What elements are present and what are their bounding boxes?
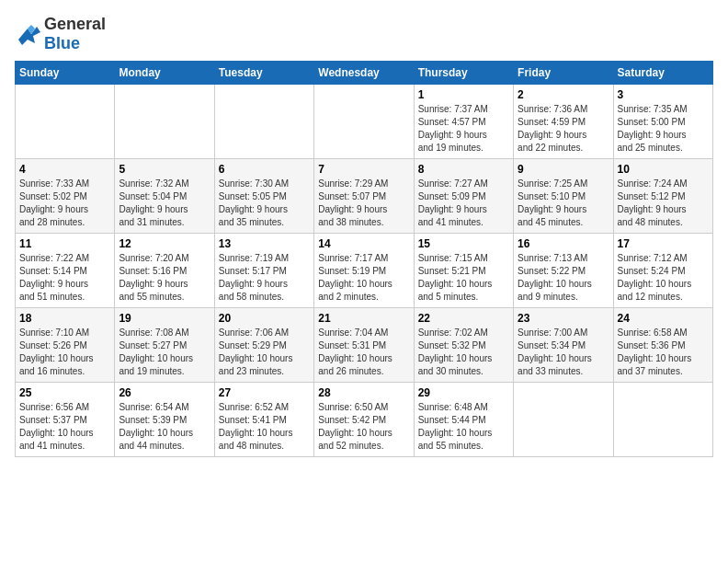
- calendar-cell: [16, 85, 115, 159]
- day-info: Sunrise: 7:12 AM Sunset: 5:24 PM Dayligh…: [618, 252, 709, 304]
- day-info: Sunrise: 7:25 AM Sunset: 5:10 PM Dayligh…: [518, 178, 609, 229]
- calendar-cell: [314, 85, 414, 159]
- day-number: 17: [618, 237, 709, 250]
- day-number: 3: [618, 88, 709, 101]
- page-header: General Blue: [15, 15, 713, 53]
- day-number: 21: [318, 312, 409, 325]
- day-number: 15: [418, 237, 509, 250]
- calendar-cell: 16Sunrise: 7:13 AM Sunset: 5:22 PM Dayli…: [514, 234, 613, 308]
- calendar-cell: 26Sunrise: 6:54 AM Sunset: 5:39 PM Dayli…: [115, 383, 214, 457]
- day-info: Sunrise: 7:36 AM Sunset: 4:59 PM Dayligh…: [518, 103, 609, 155]
- calendar-cell: 2Sunrise: 7:36 AM Sunset: 4:59 PM Daylig…: [514, 85, 613, 159]
- calendar-cell: 6Sunrise: 7:30 AM Sunset: 5:05 PM Daylig…: [214, 159, 313, 234]
- day-number: 14: [318, 237, 409, 250]
- calendar-week-row: 25Sunrise: 6:56 AM Sunset: 5:37 PM Dayli…: [16, 383, 713, 457]
- calendar-cell: 15Sunrise: 7:15 AM Sunset: 5:21 PM Dayli…: [414, 234, 513, 308]
- day-info: Sunrise: 6:56 AM Sunset: 5:37 PM Dayligh…: [19, 401, 110, 453]
- day-number: 8: [418, 163, 509, 176]
- day-info: Sunrise: 7:10 AM Sunset: 5:26 PM Dayligh…: [19, 327, 110, 378]
- calendar-week-row: 4Sunrise: 7:33 AM Sunset: 5:02 PM Daylig…: [16, 159, 713, 234]
- day-number: 7: [318, 163, 409, 176]
- calendar-cell: [115, 85, 214, 159]
- day-number: 12: [119, 237, 210, 250]
- weekday-header-row: SundayMondayTuesdayWednesdayThursdayFrid…: [16, 62, 713, 85]
- day-number: 24: [618, 312, 709, 325]
- calendar-cell: 1Sunrise: 7:37 AM Sunset: 4:57 PM Daylig…: [414, 85, 513, 159]
- calendar-table: SundayMondayTuesdayWednesdayThursdayFrid…: [15, 61, 713, 457]
- day-info: Sunrise: 7:00 AM Sunset: 5:34 PM Dayligh…: [518, 327, 609, 378]
- calendar-cell: 3Sunrise: 7:35 AM Sunset: 5:00 PM Daylig…: [613, 85, 712, 159]
- logo-icon: [15, 21, 40, 47]
- day-info: Sunrise: 7:27 AM Sunset: 5:09 PM Dayligh…: [418, 178, 509, 229]
- day-info: Sunrise: 7:37 AM Sunset: 4:57 PM Dayligh…: [418, 103, 509, 155]
- calendar-cell: 17Sunrise: 7:12 AM Sunset: 5:24 PM Dayli…: [613, 234, 712, 308]
- calendar-cell: 28Sunrise: 6:50 AM Sunset: 5:42 PM Dayli…: [314, 383, 414, 457]
- day-info: Sunrise: 7:15 AM Sunset: 5:21 PM Dayligh…: [418, 252, 509, 304]
- calendar-cell: 25Sunrise: 6:56 AM Sunset: 5:37 PM Dayli…: [16, 383, 115, 457]
- calendar-cell: 24Sunrise: 6:58 AM Sunset: 5:36 PM Dayli…: [613, 308, 712, 383]
- day-number: 5: [119, 163, 210, 176]
- calendar-cell: 10Sunrise: 7:24 AM Sunset: 5:12 PM Dayli…: [613, 159, 712, 234]
- calendar-week-row: 1Sunrise: 7:37 AM Sunset: 4:57 PM Daylig…: [16, 85, 713, 159]
- day-number: 22: [418, 312, 509, 325]
- day-number: 23: [518, 312, 609, 325]
- calendar-cell: 20Sunrise: 7:06 AM Sunset: 5:29 PM Dayli…: [214, 308, 313, 383]
- day-number: 28: [318, 386, 409, 399]
- calendar-cell: 11Sunrise: 7:22 AM Sunset: 5:14 PM Dayli…: [16, 234, 115, 308]
- day-info: Sunrise: 7:06 AM Sunset: 5:29 PM Dayligh…: [219, 327, 310, 378]
- day-number: 9: [518, 163, 609, 176]
- day-number: 2: [518, 88, 609, 101]
- day-number: 25: [19, 386, 110, 399]
- calendar-body: 1Sunrise: 7:37 AM Sunset: 4:57 PM Daylig…: [16, 85, 713, 457]
- day-info: Sunrise: 7:32 AM Sunset: 5:04 PM Dayligh…: [119, 178, 210, 229]
- day-number: 27: [219, 386, 310, 399]
- calendar-cell: 9Sunrise: 7:25 AM Sunset: 5:10 PM Daylig…: [514, 159, 613, 234]
- day-info: Sunrise: 7:20 AM Sunset: 5:16 PM Dayligh…: [119, 252, 210, 304]
- day-number: 10: [618, 163, 709, 176]
- calendar-cell: 14Sunrise: 7:17 AM Sunset: 5:19 PM Dayli…: [314, 234, 414, 308]
- day-info: Sunrise: 7:17 AM Sunset: 5:19 PM Dayligh…: [318, 252, 409, 304]
- weekday-header-cell: Tuesday: [214, 62, 313, 85]
- day-info: Sunrise: 7:04 AM Sunset: 5:31 PM Dayligh…: [318, 327, 409, 378]
- day-info: Sunrise: 6:48 AM Sunset: 5:44 PM Dayligh…: [418, 401, 509, 453]
- day-info: Sunrise: 7:29 AM Sunset: 5:07 PM Dayligh…: [318, 178, 409, 229]
- calendar-cell: 27Sunrise: 6:52 AM Sunset: 5:41 PM Dayli…: [214, 383, 313, 457]
- calendar-cell: 18Sunrise: 7:10 AM Sunset: 5:26 PM Dayli…: [16, 308, 115, 383]
- calendar-week-row: 18Sunrise: 7:10 AM Sunset: 5:26 PM Dayli…: [16, 308, 713, 383]
- day-info: Sunrise: 7:33 AM Sunset: 5:02 PM Dayligh…: [19, 178, 110, 229]
- weekday-header-cell: Sunday: [16, 62, 115, 85]
- day-info: Sunrise: 7:02 AM Sunset: 5:32 PM Dayligh…: [418, 327, 509, 378]
- day-number: 6: [219, 163, 310, 176]
- logo-text: General Blue: [44, 15, 106, 53]
- calendar-cell: 12Sunrise: 7:20 AM Sunset: 5:16 PM Dayli…: [115, 234, 214, 308]
- day-info: Sunrise: 6:50 AM Sunset: 5:42 PM Dayligh…: [318, 401, 409, 453]
- calendar-cell: [214, 85, 313, 159]
- weekday-header-cell: Monday: [115, 62, 214, 85]
- calendar-cell: [613, 383, 712, 457]
- calendar-cell: 13Sunrise: 7:19 AM Sunset: 5:17 PM Dayli…: [214, 234, 313, 308]
- day-number: 16: [518, 237, 609, 250]
- day-info: Sunrise: 7:35 AM Sunset: 5:00 PM Dayligh…: [618, 103, 709, 155]
- day-info: Sunrise: 7:13 AM Sunset: 5:22 PM Dayligh…: [518, 252, 609, 304]
- weekday-header-cell: Friday: [514, 62, 613, 85]
- calendar-cell: 22Sunrise: 7:02 AM Sunset: 5:32 PM Dayli…: [414, 308, 513, 383]
- day-number: 19: [119, 312, 210, 325]
- day-info: Sunrise: 7:22 AM Sunset: 5:14 PM Dayligh…: [19, 252, 110, 304]
- calendar-week-row: 11Sunrise: 7:22 AM Sunset: 5:14 PM Dayli…: [16, 234, 713, 308]
- calendar-cell: 29Sunrise: 6:48 AM Sunset: 5:44 PM Dayli…: [414, 383, 513, 457]
- calendar-cell: 7Sunrise: 7:29 AM Sunset: 5:07 PM Daylig…: [314, 159, 414, 234]
- day-number: 26: [119, 386, 210, 399]
- calendar-cell: 19Sunrise: 7:08 AM Sunset: 5:27 PM Dayli…: [115, 308, 214, 383]
- day-number: 13: [219, 237, 310, 250]
- calendar-cell: 5Sunrise: 7:32 AM Sunset: 5:04 PM Daylig…: [115, 159, 214, 234]
- weekday-header-cell: Saturday: [613, 62, 712, 85]
- calendar-cell: 23Sunrise: 7:00 AM Sunset: 5:34 PM Dayli…: [514, 308, 613, 383]
- calendar-cell: 4Sunrise: 7:33 AM Sunset: 5:02 PM Daylig…: [16, 159, 115, 234]
- day-info: Sunrise: 7:30 AM Sunset: 5:05 PM Dayligh…: [219, 178, 310, 229]
- weekday-header-cell: Wednesday: [314, 62, 414, 85]
- day-number: 20: [219, 312, 310, 325]
- day-info: Sunrise: 6:58 AM Sunset: 5:36 PM Dayligh…: [618, 327, 709, 378]
- day-info: Sunrise: 6:54 AM Sunset: 5:39 PM Dayligh…: [119, 401, 210, 453]
- day-number: 18: [19, 312, 110, 325]
- weekday-header-cell: Thursday: [414, 62, 513, 85]
